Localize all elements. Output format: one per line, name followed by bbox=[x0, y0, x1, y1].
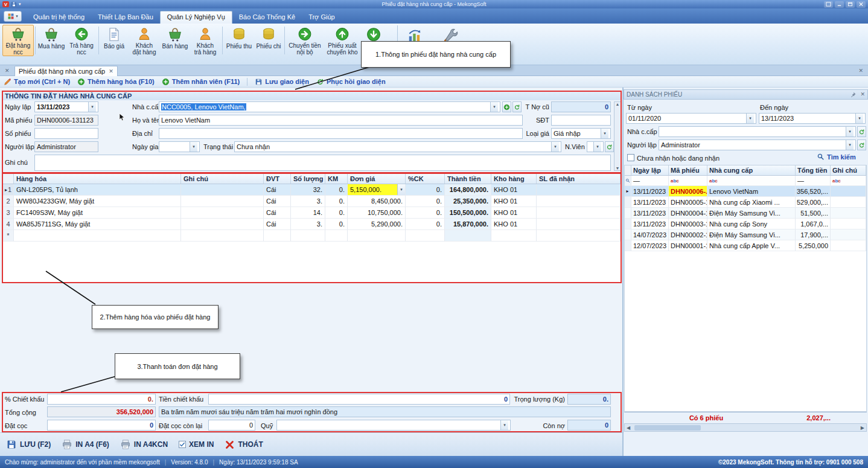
dropdown-icon[interactable]: ▾ bbox=[490, 102, 498, 112]
cell-ck[interactable] bbox=[406, 230, 445, 242]
cell-don-gia[interactable]: 8,450,000. bbox=[348, 196, 406, 207]
cell-ghi-chu[interactable] bbox=[831, 240, 866, 251]
col-dvt[interactable]: ĐVT bbox=[264, 174, 291, 184]
cell-nha-cung-cap[interactable]: Nhà cung cấp Xiaomi ... bbox=[707, 197, 796, 208]
ribbon-button-chuyen-tien-noi-bo[interactable]: Chuyển tiền nội bộ bbox=[286, 25, 324, 56]
cell-thanh-tien[interactable] bbox=[445, 230, 491, 242]
cell-ck[interactable]: 0. bbox=[406, 219, 445, 230]
cell-ngay-lap[interactable]: 13/11/2023 bbox=[631, 186, 669, 197]
cell-km[interactable]: 0. bbox=[325, 207, 348, 219]
cell-kho-hang[interactable]: KHO 01 bbox=[491, 184, 537, 196]
n-vien-combo[interactable]: ▾ bbox=[587, 141, 604, 152]
panel-refresh-supplier-button[interactable] bbox=[857, 126, 866, 137]
cell-don-gia-editing[interactable]: 5,150,000. ▾ bbox=[348, 184, 406, 196]
dropdown-icon[interactable]: ▾ bbox=[397, 184, 405, 195]
col-kho-hang[interactable]: Kho hàng bbox=[491, 174, 537, 184]
col-hang-hoa[interactable]: Hàng hóa bbox=[14, 174, 181, 184]
add-employee-command[interactable]: Thêm nhân viên (F11) bbox=[162, 78, 240, 86]
ma-phieu-field[interactable]: DHN00006-131123 bbox=[34, 115, 98, 126]
filter-ma-phieu[interactable]: abc bbox=[669, 176, 707, 186]
save-button[interactable]: LƯU (F2) bbox=[6, 439, 51, 450]
pin-icon[interactable] bbox=[850, 91, 857, 98]
cell-nha-cung-cap[interactable]: Điện Máy Samsung Vi... bbox=[707, 229, 796, 240]
cell-hang-hoa[interactable]: GN-L205PS, Tủ lạnh bbox=[14, 184, 181, 196]
cell-thanh-tien[interactable]: 164,800,000. bbox=[445, 184, 491, 196]
loai-gia-combo[interactable]: Giá nhập ▾ bbox=[551, 128, 611, 139]
quy-combo[interactable]: ▾ bbox=[276, 420, 511, 431]
dropdown-icon[interactable]: ▾ bbox=[601, 129, 608, 138]
scroll-up-icon[interactable]: ▲ bbox=[616, 102, 620, 106]
menu-tab-quan-ly-nghiep-vu[interactable]: Quản Lý Nghiệp Vụ bbox=[160, 11, 232, 24]
print-a4kcn-button[interactable]: IN A4KCN bbox=[120, 439, 168, 450]
ribbon-button-phieu-chi[interactable]: Phiếu chi bbox=[254, 25, 283, 56]
cell-km[interactable] bbox=[325, 230, 348, 242]
table-row[interactable]: 13/11/2023 DHN00003-1... Nhà cung cấp So… bbox=[625, 219, 866, 229]
cell-sl-da-nhan[interactable] bbox=[537, 196, 621, 207]
filter-ghi-chu[interactable]: abc bbox=[831, 176, 866, 186]
cell-kho-hang[interactable] bbox=[491, 230, 537, 242]
cell-so-luong[interactable]: 32. bbox=[291, 184, 325, 196]
dropdown-icon[interactable]: ▾ bbox=[551, 142, 559, 152]
cell-ma-phieu[interactable]: DHN00004-1... bbox=[669, 208, 707, 219]
col-km[interactable]: KM bbox=[325, 174, 348, 184]
cell-hang-hoa[interactable]: WW80J4233GW, Máy giặt bbox=[14, 196, 181, 207]
cell-km[interactable]: 0. bbox=[325, 184, 348, 196]
panel-horizontal-scrollbar[interactable]: ◀ ▶ bbox=[624, 423, 867, 432]
close-icon[interactable] bbox=[857, 1, 866, 8]
table-row[interactable]: 4 WA85J5711SG, Máy giặt Cái 3. 0. 5,290,… bbox=[3, 219, 621, 230]
dat-coc-con-lai-field[interactable]: 0 bbox=[208, 420, 255, 431]
cell-ck[interactable]: 0. bbox=[406, 196, 445, 207]
scrollbar-thumb[interactable] bbox=[634, 425, 701, 431]
ribbon-button-mua-hang[interactable]: Mua hàng bbox=[37, 25, 66, 56]
new-table-row[interactable]: * bbox=[3, 230, 621, 242]
panel-close-icon[interactable]: ✕ bbox=[860, 92, 865, 97]
table-row[interactable]: ▸1 GN-L205PS, Tủ lạnh Cái 32. 0. 5,150,0… bbox=[3, 184, 621, 196]
cell-ma-phieu[interactable]: DHN00006-... bbox=[669, 186, 707, 197]
filter-ngay-lap[interactable]: — bbox=[631, 176, 669, 186]
cell-ngay-lap[interactable]: 14/07/2023 bbox=[631, 229, 669, 240]
ngay-giao-field[interactable]: ▾ bbox=[159, 141, 200, 152]
cell-tong-tien[interactable]: 529,000,... bbox=[796, 197, 831, 208]
refresh-supplier-button[interactable] bbox=[512, 101, 522, 112]
cell-dvt[interactable] bbox=[264, 230, 291, 242]
app-menu-button[interactable]: ▾ bbox=[4, 11, 22, 22]
col-ma-phieu[interactable]: Mã phiếu bbox=[669, 165, 707, 175]
menu-tab-tro-giup[interactable]: Trợ Giúp bbox=[302, 11, 341, 24]
cell-thanh-tien[interactable]: 25,350,000. bbox=[445, 196, 491, 207]
menu-tab-bao-cao-thong-ke[interactable]: Báo Cáo Thống Kê bbox=[232, 11, 302, 24]
so-phieu-field[interactable] bbox=[34, 128, 98, 139]
filter-search-cell[interactable] bbox=[625, 176, 631, 186]
menu-tab-thiet-lap-ban-dau[interactable]: Thiết Lập Ban Đầu bbox=[91, 11, 160, 24]
calendar-dropdown-icon[interactable]: ▾ bbox=[190, 142, 197, 152]
ribbon-button-khach-dat-hang[interactable]: Khách đặt hàng bbox=[128, 25, 161, 56]
dia-chi-field[interactable] bbox=[159, 128, 523, 139]
cell-ma-phieu[interactable]: DHN00002-1... bbox=[669, 229, 707, 240]
table-row[interactable]: 3 FC1409S3W, Máy giặt Cái 14. 0. 10,750,… bbox=[3, 207, 621, 219]
cell-so-luong[interactable] bbox=[291, 230, 325, 242]
cell-kho-hang[interactable]: KHO 01 bbox=[491, 219, 537, 230]
supplier-combo[interactable]: NCC0005, Lenovo VietNam, ▾ bbox=[159, 101, 500, 112]
cell-nha-cung-cap[interactable]: Nhà cung cấp Sony bbox=[707, 219, 796, 229]
table-row[interactable]: ▸ 13/11/2023 DHN00006-... Lenovo VietNam… bbox=[625, 186, 866, 197]
cell-hang-hoa[interactable]: WA85J5711SG, Máy giặt bbox=[14, 219, 181, 230]
cell-thanh-tien[interactable]: 150,500,000. bbox=[445, 207, 491, 219]
cell-ghi-chu[interactable] bbox=[181, 184, 264, 196]
cell-sl-da-nhan[interactable] bbox=[537, 230, 621, 242]
cell-so-luong[interactable]: 3. bbox=[291, 196, 325, 207]
search-button[interactable]: Tìm kiếm bbox=[817, 153, 856, 161]
filter-tong-tien[interactable]: — bbox=[796, 176, 831, 186]
ribbon-button-ban-hang[interactable]: Bán hàng bbox=[161, 25, 190, 56]
cell-ngay-lap[interactable]: 12/07/2023 bbox=[631, 240, 669, 251]
col-ghi-chu[interactable]: Ghi chú bbox=[831, 165, 866, 175]
cell-ma-phieu[interactable]: DHN00003-1... bbox=[669, 219, 707, 229]
cell-km[interactable]: 0. bbox=[325, 196, 348, 207]
cell-tong-tien[interactable]: 51,500,... bbox=[796, 208, 831, 219]
cell-don-gia[interactable]: 10,750,000. bbox=[348, 207, 406, 219]
calendar-dropdown-icon[interactable]: ▾ bbox=[855, 114, 863, 123]
dat-coc-field[interactable]: 0 bbox=[47, 420, 156, 431]
save-layout-command[interactable]: Lưu giao diện bbox=[255, 78, 309, 86]
cell-nha-cung-cap[interactable]: Lenovo VietNam bbox=[707, 186, 796, 197]
cell-sl-da-nhan[interactable] bbox=[537, 184, 621, 196]
cell-ngay-lap[interactable]: 13/11/2023 bbox=[631, 219, 669, 229]
tab-close-icon[interactable]: ✕ bbox=[109, 69, 113, 74]
